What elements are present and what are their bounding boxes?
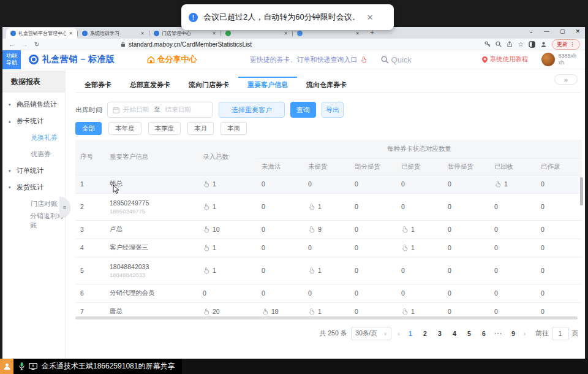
zoom-icon[interactable] [496, 41, 502, 47]
share-center-link[interactable]: 仓分享中心 [147, 54, 197, 65]
end-date-placeholder[interactable]: 结束日期 [165, 105, 191, 114]
function-nav-button[interactable]: 功能 导航 [2, 50, 21, 69]
cell-count: 1 [198, 257, 257, 284]
tab-close-icon[interactable]: ✕ [69, 31, 73, 36]
sidebar-item-gift-coupon[interactable]: 兑换礼券 [2, 129, 65, 146]
table-header-row-1: 序号重要客户信息录入总数每种券卡状态对应数量 [75, 140, 582, 158]
sidebar-item-discount-coupon[interactable]: 优惠券 [2, 146, 65, 162]
sidebar-item-shipping-stats[interactable]: ▾发货统计 [2, 179, 65, 196]
tab-流向门店券卡[interactable]: 流向门店券卡 [179, 77, 238, 93]
forward-icon[interactable]: → [21, 41, 28, 48]
tutorial-link[interactable]: 系统使用教程 [482, 55, 528, 64]
goto-page-input[interactable] [552, 327, 569, 340]
page-number-9[interactable]: 9 [509, 330, 518, 337]
page-number-1[interactable]: 1 [406, 330, 415, 337]
count-link[interactable]: 18 [262, 308, 298, 315]
browser-tab[interactable]: 系统培训学习✕ [78, 28, 149, 39]
count-link[interactable]: 20 [203, 308, 252, 315]
date-filter-label: 出库时间 [75, 105, 102, 115]
sidebar-item-goods-sales[interactable]: ▾商品销售统计 [2, 96, 65, 113]
sidebar-item-order-stats[interactable]: ▾订单统计 [2, 162, 65, 179]
sidebar-item-store-reconcile[interactable]: 门店对账 [2, 196, 65, 212]
share-icon[interactable] [507, 41, 513, 47]
page-number-6[interactable]: 6 [480, 330, 488, 337]
quick-filter-本季度[interactable]: 本季度 [148, 122, 181, 135]
cell-count: 0 [536, 220, 582, 239]
quick-search[interactable]: Quick [381, 55, 412, 64]
update-button[interactable]: 更新 ⋮ [552, 39, 580, 50]
panel-collapse-button[interactable]: » [554, 74, 578, 85]
table-row: 7唐总2018101000 [75, 302, 582, 315]
toast-close-icon[interactable]: ✕ [367, 13, 374, 22]
count-link[interactable]: 1 [308, 308, 345, 315]
sidebar-item-card-stats[interactable]: ▴券卡统计 [2, 113, 65, 129]
customer-name[interactable]: 唐总 [110, 307, 193, 315]
table-row: 6分销代理的会员00000000 [75, 284, 582, 302]
tab-close-icon[interactable]: ✕ [355, 31, 360, 36]
window-close-icon[interactable]: ✕ [575, 28, 580, 34]
quick-filter-本月[interactable]: 本月 [187, 122, 214, 135]
tab-全部券卡[interactable]: 全部券卡 [75, 77, 121, 93]
page-number-4[interactable]: 4 [450, 330, 459, 337]
user-block[interactable]: 8385xh xh [541, 53, 576, 66]
count-link[interactable]: 1 [308, 203, 345, 210]
tab-重要客户信息[interactable]: 重要客户信息 [238, 77, 297, 93]
count-link[interactable]: 1 [203, 203, 252, 210]
customer-name[interactable]: 客户经理张三 [110, 243, 193, 252]
browser-menu-icon[interactable]: ⋮ [570, 41, 575, 47]
count-link[interactable]: 1 [203, 267, 252, 274]
count-link[interactable]: 1 [401, 244, 438, 251]
select-customer-button[interactable]: 选择重要客户 [219, 102, 285, 118]
reload-icon[interactable]: ↻ [34, 41, 39, 48]
count-link[interactable]: 9 [308, 226, 345, 233]
count-link[interactable]: 1 [203, 180, 252, 188]
sidebar-title: 数据报表 [2, 71, 65, 93]
quick-entry-link[interactable]: 更快捷的券卡、订单和快递查询入口 [250, 55, 368, 64]
customer-name[interactable]: 卢总 [110, 225, 193, 234]
date-range-input[interactable]: 开始日期 至 结束日期 [107, 102, 213, 118]
column-group-header: 每种券卡状态对应数量 [257, 140, 582, 158]
tab-close-icon[interactable]: ✕ [140, 31, 145, 36]
quick-filter-全部[interactable]: 全部 [75, 122, 102, 135]
horizontal-scrollbar[interactable] [75, 316, 578, 319]
page-number-2[interactable]: 2 [421, 330, 429, 337]
sidebar-item-rebate-reconcile[interactable]: 分销返利对账 [2, 212, 65, 229]
bookmark-star-icon[interactable]: ☆ [518, 40, 524, 48]
tab-close-icon[interactable]: ✕ [284, 31, 288, 36]
quick-filter-本周[interactable]: 本周 [221, 122, 247, 135]
window-menu-chevron-icon[interactable]: ⌄ [529, 28, 533, 34]
extension-icon[interactable] [529, 41, 535, 48]
count-link[interactable]: 1 [494, 180, 531, 188]
page-number-5[interactable]: 5 [465, 330, 473, 337]
sharer-avatar[interactable] [0, 359, 13, 374]
count-link[interactable]: 1 [308, 267, 345, 274]
profile-icon[interactable] [540, 41, 547, 48]
next-page-button[interactable]: › [522, 330, 528, 337]
page-number-3[interactable]: 3 [435, 330, 444, 337]
tab-流向仓库券卡[interactable]: 流向仓库券卡 [297, 77, 356, 93]
export-button[interactable]: 导出 [322, 102, 344, 118]
vertical-scrollbar[interactable] [580, 177, 583, 205]
count-link[interactable]: 10 [203, 226, 252, 233]
prev-page-button[interactable]: ‹ [396, 330, 402, 337]
back-icon[interactable]: ← [9, 41, 15, 48]
key-icon[interactable] [484, 41, 491, 47]
window-minimize-icon[interactable]: — [544, 28, 549, 34]
start-date-placeholder[interactable]: 开始日期 [123, 105, 149, 114]
tab-close-icon[interactable]: ✕ [212, 31, 216, 36]
customer-name[interactable]: 分销代理的会员 [110, 289, 193, 297]
count-link[interactable]: 1 [401, 308, 438, 315]
customer-name[interactable]: 18950249775 [110, 199, 193, 207]
customer-name[interactable]: 韩总 [110, 180, 193, 188]
quick-filter-本年度[interactable]: 本年度 [108, 122, 141, 135]
omnibox[interactable]: standard.maboy.cn/CardMemberStatisticsLi… [121, 41, 252, 48]
count-link[interactable]: 1 [203, 244, 252, 251]
tab-总部直发券卡[interactable]: 总部直发券卡 [121, 77, 179, 93]
cell-count: 0 [303, 284, 350, 302]
search-button[interactable]: 查询 [290, 102, 316, 118]
browser-tab[interactable]: 礼盒营销平台管理中心✕ [6, 28, 77, 39]
page-size-select[interactable]: 30条/页 ∨ [351, 327, 391, 340]
customer-name[interactable]: 18048842033 [110, 263, 193, 270]
window-maximize-icon[interactable]: ▢ [560, 28, 565, 34]
count-link[interactable]: 1 [401, 226, 438, 233]
